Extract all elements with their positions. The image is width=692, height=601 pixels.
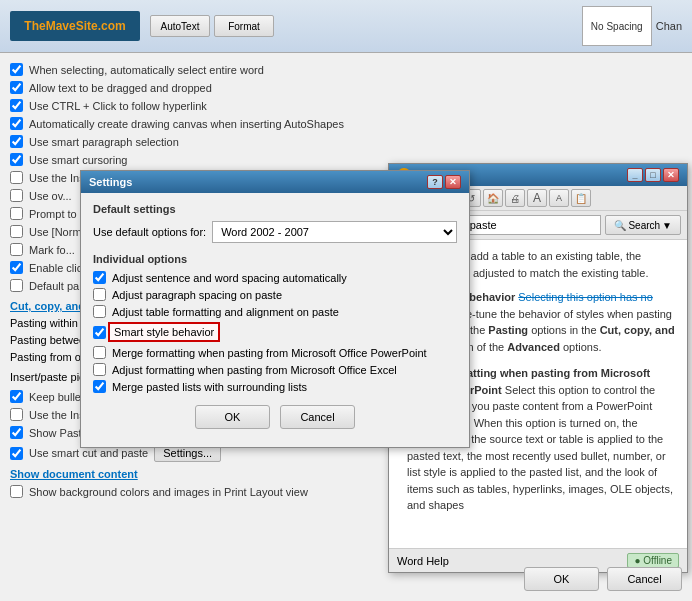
default-options-select[interactable]: Word 2002 - 2007 [212, 221, 457, 243]
option-item-5[interactable]: Use smart paragraph selection [10, 135, 380, 148]
settings-title: Settings [89, 176, 132, 188]
settings-content: Default settings Use default options for… [81, 193, 469, 447]
settings-checkbox-4[interactable] [93, 346, 106, 359]
ribbon: TheMaveSite.com AutoText Format No Spaci… [0, 0, 692, 53]
logo-text: TheMaveSite.com [24, 19, 125, 33]
help-close-btn[interactable]: ✕ [663, 168, 679, 182]
default-section-title: Default settings [93, 203, 457, 215]
ribbon-right: No Spacing Chan [582, 6, 682, 46]
checkbox-5[interactable] [10, 135, 23, 148]
titlebar-controls: ? ✕ [427, 175, 461, 189]
individual-section-title: Individual options [93, 253, 457, 265]
help-maximize-btn[interactable]: □ [645, 168, 661, 182]
option-label-2: Allow text to be dragged and dropped [29, 82, 212, 94]
settings-checkbox-2[interactable] [93, 305, 106, 318]
checkbox-1[interactable] [10, 63, 23, 76]
option-label-5: Use smart paragraph selection [29, 136, 179, 148]
word-background: TheMaveSite.com AutoText Format No Spaci… [0, 0, 692, 601]
settings-checkbox-0[interactable] [93, 271, 106, 284]
settings-label-0: Adjust sentence and word spacing automat… [112, 272, 347, 284]
ribbon-buttons: AutoText Format [150, 15, 274, 37]
settings-option-1[interactable]: Adjust paragraph spacing on paste [93, 288, 457, 301]
settings-label-4: Merge formatting when pasting from Micro… [112, 347, 427, 359]
help-print-btn[interactable]: 🖨 [505, 189, 525, 207]
help-titlebar-controls: _ □ ✕ [627, 168, 679, 182]
bottom-buttons: OK Cancel [524, 567, 682, 591]
help-footer-label: Word Help [397, 555, 449, 567]
checkbox-prompt[interactable] [10, 207, 23, 220]
option-item-1[interactable]: When selecting, automatically select ent… [10, 63, 380, 76]
use-default-label: Use default options for: [93, 226, 206, 238]
help-search-btn[interactable]: 🔍 Search ▼ [605, 215, 681, 235]
checkbox-show-bg[interactable] [10, 485, 23, 498]
ribbon-btn-1[interactable]: AutoText [150, 15, 210, 37]
checkbox-smart-cut[interactable] [10, 447, 23, 460]
settings-checkbox-5[interactable] [93, 363, 106, 376]
settings-option-3[interactable]: Smart style behavior [93, 322, 457, 342]
settings-option-2[interactable]: Adjust table formatting and alignment on… [93, 305, 457, 318]
checkbox-6[interactable] [10, 153, 23, 166]
help-minimize-btn[interactable]: _ [627, 168, 643, 182]
option-label-3: Use CTRL + Click to follow hyperlink [29, 100, 207, 112]
site-logo: TheMaveSite.com [10, 11, 140, 41]
search-btn-label: Search [628, 220, 660, 231]
search-icon: 🔍 [614, 220, 626, 231]
option-label-6: Use smart cursoring [29, 154, 127, 166]
checkbox-normal[interactable] [10, 225, 23, 238]
chan-label: Chan [656, 20, 682, 32]
option-label-mark: Mark fo... [29, 244, 75, 256]
settings-ok-btn[interactable]: OK [195, 405, 270, 429]
option-item-2[interactable]: Allow text to be dragged and dropped [10, 81, 380, 94]
checkbox-3[interactable] [10, 99, 23, 112]
settings-checkbox-6[interactable] [93, 380, 106, 393]
offline-icon: ● [634, 555, 640, 566]
option-label-smart-cut: Use smart cut and paste [29, 447, 148, 459]
bottom-cancel-btn[interactable]: Cancel [607, 567, 682, 591]
checkbox-mark[interactable] [10, 243, 23, 256]
settings-checkbox-3[interactable] [93, 326, 106, 339]
settings-cancel-btn[interactable]: Cancel [280, 405, 355, 429]
help-font-smaller-btn[interactable]: A [549, 189, 569, 207]
checkbox-use-insert[interactable] [10, 408, 23, 421]
search-dropdown-icon: ▼ [662, 220, 672, 231]
help-font-larger-btn[interactable]: A [527, 189, 547, 207]
no-spacing-label: No Spacing [591, 21, 643, 32]
settings-option-4[interactable]: Merge formatting when pasting from Micro… [93, 346, 457, 359]
settings-dialog-buttons: OK Cancel [93, 405, 457, 437]
settings-option-5[interactable]: Adjust formatting when pasting from Micr… [93, 363, 457, 376]
checkbox-4[interactable] [10, 117, 23, 130]
checkbox-2[interactable] [10, 81, 23, 94]
checkbox-show-paste[interactable] [10, 426, 23, 439]
settings-help-btn[interactable]: ? [427, 175, 443, 189]
option-item-3[interactable]: Use CTRL + Click to follow hyperlink [10, 99, 380, 112]
offline-badge: ● Offline [627, 553, 679, 568]
default-settings-row: Use default options for: Word 2002 - 200… [93, 221, 457, 243]
bottom-ok-btn[interactable]: OK [524, 567, 599, 591]
option-label-4: Automatically create drawing canvas when… [29, 118, 344, 130]
checkbox-enable[interactable] [10, 261, 23, 274]
show-doc-section[interactable]: Show document content [10, 468, 380, 480]
settings-titlebar: Settings ? ✕ [81, 171, 469, 193]
option-label-use-ov: Use ov... [29, 190, 72, 202]
settings-label-5: Adjust formatting when pasting from Micr… [112, 364, 397, 376]
option-item-6[interactable]: Use smart cursoring [10, 153, 380, 166]
settings-option-0[interactable]: Adjust sentence and word spacing automat… [93, 271, 457, 284]
option-label-show-bg: Show background colors and images in Pri… [29, 486, 308, 498]
checkbox-default-para[interactable] [10, 279, 23, 292]
help-home-btn[interactable]: 🏠 [483, 189, 503, 207]
settings-option-6[interactable]: Merge pasted lists with surrounding list… [93, 380, 457, 393]
option-show-bg[interactable]: Show background colors and images in Pri… [10, 485, 380, 498]
checkbox-use-ov[interactable] [10, 189, 23, 202]
settings-close-btn[interactable]: ✕ [445, 175, 461, 189]
styles-box: No Spacing [582, 6, 652, 46]
settings-label-1: Adjust paragraph spacing on paste [112, 289, 282, 301]
settings-label-3: Smart style behavior [108, 322, 220, 342]
settings-checkbox-1[interactable] [93, 288, 106, 301]
help-toc-btn[interactable]: 📋 [571, 189, 591, 207]
offline-label: Offline [643, 555, 672, 566]
checkbox-keep-bullets[interactable] [10, 390, 23, 403]
ribbon-btn-2[interactable]: Format [214, 15, 274, 37]
option-item-4[interactable]: Automatically create drawing canvas when… [10, 117, 380, 130]
settings-label-6: Merge pasted lists with surrounding list… [112, 381, 307, 393]
checkbox-7[interactable] [10, 171, 23, 184]
